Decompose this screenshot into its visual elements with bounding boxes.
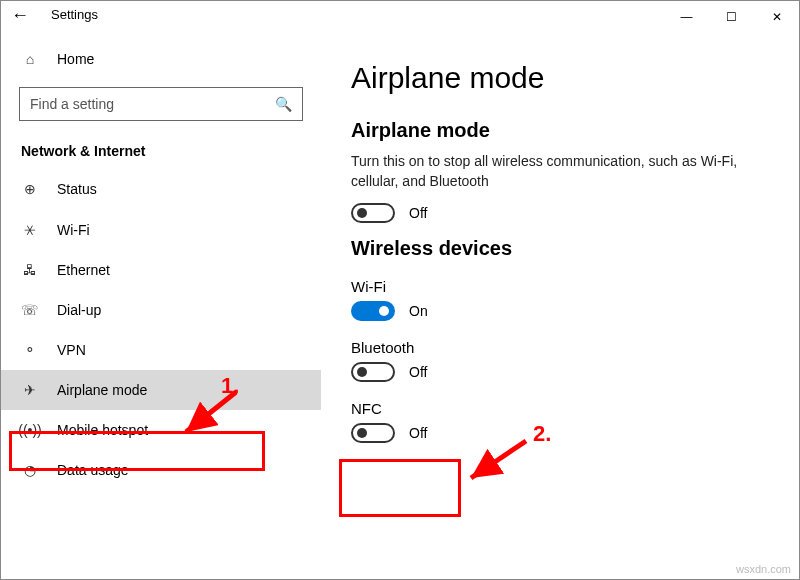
sidebar-item-vpn[interactable]: ⚬ VPN [1,330,321,370]
sidebar-item-label: Mobile hotspot [57,422,148,438]
wifi-icon: ⚹ [21,221,39,238]
nfc-state: Off [409,425,427,441]
search-icon: 🔍 [275,96,292,112]
sidebar-item-label: Dial-up [57,302,101,318]
wifi-label: Wi-Fi [351,278,769,295]
section-heading: Network & Internet [1,139,321,169]
airplane-description: Turn this on to stop all wireless commun… [351,152,769,191]
dialup-icon: ☏ [21,302,39,318]
home-label: Home [57,51,94,67]
page-title: Airplane mode [351,61,769,95]
back-button[interactable]: ← [11,5,29,26]
bluetooth-toggle[interactable] [351,362,395,382]
bluetooth-label: Bluetooth [351,339,769,356]
airplane-toggle-row: Off [351,203,769,223]
wifi-toggle[interactable] [351,301,395,321]
main-panel: Airplane mode Airplane mode Turn this on… [321,33,799,579]
maximize-button[interactable]: ☐ [709,1,754,33]
nfc-label: NFC [351,400,769,417]
home-icon: ⌂ [21,51,39,67]
sidebar-item-wifi[interactable]: ⚹ Wi-Fi [1,209,321,250]
wireless-heading: Wireless devices [351,237,769,260]
wifi-toggle-row: On [351,301,769,321]
sidebar-item-label: Airplane mode [57,382,147,398]
vpn-icon: ⚬ [21,342,39,358]
sidebar-item-label: Status [57,181,97,197]
nfc-toggle[interactable] [351,423,395,443]
sidebar-item-airplane[interactable]: ✈ Airplane mode [1,370,321,410]
titlebar: ← Settings — ☐ ✕ [1,1,799,33]
airplane-toggle[interactable] [351,203,395,223]
watermark: wsxdn.com [736,563,791,575]
airplane-icon: ✈ [21,382,39,398]
sidebar-item-label: Wi-Fi [57,222,90,238]
search-placeholder: Find a setting [30,96,114,112]
content-area: ⌂ Home Find a setting 🔍 Network & Intern… [1,33,799,579]
sidebar-item-label: Ethernet [57,262,110,278]
bluetooth-state: Off [409,364,427,380]
nfc-toggle-row: Off [351,423,769,443]
status-icon: ⊕ [21,181,39,197]
ethernet-icon: 🖧 [21,262,39,278]
sidebar: ⌂ Home Find a setting 🔍 Network & Intern… [1,33,321,579]
sidebar-item-status[interactable]: ⊕ Status [1,169,321,209]
close-button[interactable]: ✕ [754,1,799,33]
sidebar-item-dialup[interactable]: ☏ Dial-up [1,290,321,330]
sidebar-item-label: VPN [57,342,86,358]
sidebar-item-datausage[interactable]: ◔ Data usage [1,450,321,490]
datausage-icon: ◔ [21,462,39,478]
sidebar-item-label: Data usage [57,462,129,478]
wifi-state: On [409,303,428,319]
hotspot-icon: ((•)) [21,422,39,438]
minimize-button[interactable]: — [664,1,709,33]
airplane-state: Off [409,205,427,221]
sidebar-item-hotspot[interactable]: ((•)) Mobile hotspot [1,410,321,450]
bluetooth-toggle-row: Off [351,362,769,382]
search-input[interactable]: Find a setting 🔍 [19,87,303,121]
sidebar-item-ethernet[interactable]: 🖧 Ethernet [1,250,321,290]
window-title: Settings [51,7,98,22]
airplane-heading: Airplane mode [351,119,769,142]
sidebar-home[interactable]: ⌂ Home [1,43,321,75]
